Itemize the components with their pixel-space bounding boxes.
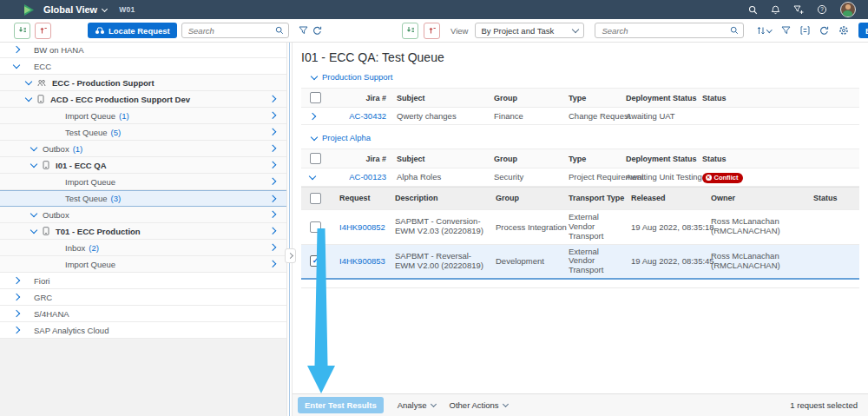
tree-item-count[interactable]: (1) — [119, 111, 129, 121]
column-header[interactable]: Group — [489, 90, 563, 106]
tree-item[interactable]: Import Queue(1) — [0, 108, 286, 124]
group-settings-icon[interactable] — [800, 26, 810, 35]
tree-item[interactable]: Outbox(1) — [0, 141, 286, 157]
expand-chevron-icon[interactable] — [13, 327, 20, 333]
collapse-chevron-icon[interactable] — [30, 144, 37, 151]
tree-item-count[interactable]: (2) — [89, 243, 99, 253]
column-header[interactable]: Status — [697, 151, 859, 167]
notifications-bell-icon[interactable] — [771, 5, 780, 15]
column-header[interactable]: Subject — [391, 151, 489, 167]
navigate-chevron-icon[interactable] — [268, 96, 275, 102]
column-header[interactable]: Deployment Status — [621, 90, 697, 106]
column-header[interactable]: Owner — [706, 190, 808, 206]
refresh-icon[interactable] — [819, 26, 829, 36]
tree-item[interactable]: I01 - ECC QA — [0, 157, 286, 174]
expand-chevron-icon[interactable] — [13, 310, 20, 317]
workspace-switcher[interactable]: Global View — [43, 4, 107, 15]
queue-search-input[interactable] — [600, 25, 727, 36]
filter-icon[interactable] — [781, 26, 791, 35]
select-all-checkbox[interactable] — [310, 193, 321, 204]
column-header[interactable]: Type — [563, 151, 621, 167]
jira-row[interactable]: AC-00123Alpha RolesSecurityProject Requi… — [301, 168, 859, 187]
request-row[interactable]: I4HK900853SAPBMT - Reversal-EWM V2.00 (2… — [301, 245, 859, 281]
export-csv-button[interactable]: Export to CSV — [858, 23, 868, 38]
row-checkbox[interactable] — [310, 221, 321, 233]
collapse-chevron-icon[interactable] — [25, 78, 32, 85]
row-collapse-chevron[interactable] — [309, 173, 316, 180]
column-header[interactable]: Status — [697, 90, 859, 106]
navigate-chevron-icon[interactable] — [268, 261, 275, 267]
select-all-checkbox[interactable] — [310, 153, 321, 164]
view-select[interactable]: By Project and Task — [475, 23, 584, 38]
enter-test-results-button[interactable]: Enter Test Results — [298, 397, 384, 413]
column-header[interactable]: Deployment Status — [621, 151, 697, 167]
tree-item[interactable]: SAP Analytics Cloud — [0, 322, 286, 339]
splitter-handle[interactable] — [285, 248, 296, 263]
locate-request-button[interactable]: Locate Request — [88, 23, 177, 38]
cell-jira[interactable]: AC-30432 — [334, 109, 391, 123]
column-header[interactable]: Group — [490, 190, 563, 206]
other-actions-menu[interactable]: Other Actions — [450, 400, 508, 410]
column-header[interactable]: Jira # — [334, 90, 391, 106]
tree-item[interactable]: ECC — [0, 58, 286, 75]
column-header[interactable]: Jira # — [334, 151, 391, 167]
tree-item[interactable]: S/4HANA — [0, 306, 286, 322]
column-header[interactable]: Transport Type — [563, 190, 626, 206]
help-icon[interactable]: ? — [817, 4, 827, 15]
search-icon[interactable] — [748, 5, 758, 15]
settings-gear-icon[interactable] — [838, 25, 849, 36]
cell-request[interactable]: I4HK900853 — [334, 254, 390, 268]
tree-item[interactable]: Import Queue — [0, 174, 286, 190]
sort-icon[interactable] — [756, 26, 772, 35]
expand-chevron-icon[interactable] — [13, 46, 20, 53]
tree-item[interactable]: Fiori — [0, 273, 286, 289]
tree-item[interactable]: Import Queue — [0, 256, 286, 273]
section-toggle[interactable]: Production Support — [301, 72, 859, 82]
navigate-chevron-icon[interactable] — [268, 145, 275, 152]
reject-requests-button[interactable] — [424, 23, 440, 39]
navigate-chevron-icon[interactable] — [268, 228, 275, 234]
navigate-chevron-icon[interactable] — [268, 195, 275, 202]
accept-requests-button[interactable] — [402, 23, 418, 39]
tree-item-count[interactable]: (5) — [111, 128, 122, 137]
collapse-chevron-icon[interactable] — [25, 95, 32, 102]
tree-item-count[interactable]: (1) — [73, 144, 83, 154]
navigate-chevron-icon[interactable] — [268, 244, 275, 251]
tree-item[interactable]: Test Queue(5) — [0, 124, 286, 141]
navigate-chevron-icon[interactable] — [268, 162, 275, 168]
collapse-chevron-icon[interactable] — [30, 227, 37, 234]
tree-item[interactable]: ECC - Production Support — [0, 75, 286, 91]
cell-request[interactable]: I4HK900852 — [334, 220, 390, 234]
row-checkbox[interactable] — [310, 255, 321, 267]
cell-jira[interactable]: AC-00123 — [334, 169, 391, 184]
search-icon[interactable] — [730, 26, 739, 35]
row-expand-chevron[interactable] — [309, 112, 316, 119]
select-all-checkbox[interactable] — [310, 92, 321, 103]
navigate-chevron-icon[interactable] — [268, 178, 275, 185]
jira-row[interactable]: AC-30432Qwerty changesFinanceChange Requ… — [301, 108, 859, 125]
tree-item[interactable]: BW on HANA — [0, 42, 286, 58]
navigate-chevron-icon[interactable] — [268, 211, 275, 218]
column-header[interactable]: Subject — [391, 90, 489, 106]
column-header[interactable]: Released — [626, 190, 706, 206]
tree-item[interactable]: Outbox — [0, 207, 286, 223]
analyse-menu[interactable]: Analyse — [398, 400, 436, 410]
navigate-chevron-icon[interactable] — [268, 112, 275, 119]
accept-requests-button[interactable] — [14, 23, 30, 39]
user-avatar[interactable] — [840, 2, 856, 17]
panel-splitter[interactable] — [286, 42, 293, 416]
column-header[interactable]: Type — [563, 90, 621, 106]
navigate-chevron-icon[interactable] — [268, 129, 275, 135]
tree-item[interactable]: Test Queue(3) — [0, 190, 286, 207]
column-header[interactable]: Request — [334, 190, 390, 206]
search-icon[interactable] — [275, 26, 284, 35]
tree-item[interactable]: T01 - ECC Production — [0, 223, 286, 240]
filter-add-icon[interactable] — [793, 5, 804, 15]
request-row[interactable]: I4HK900852SAPBMT - Conversion-EWM V2.03 … — [301, 210, 859, 245]
tree-item[interactable]: Inbox(2) — [0, 240, 286, 256]
tree-item[interactable]: GRC — [0, 289, 286, 306]
collapse-chevron-icon[interactable] — [30, 161, 37, 168]
tree-item[interactable]: ACD - ECC Production Support Dev — [0, 91, 286, 108]
expand-chevron-icon[interactable] — [13, 277, 20, 284]
reject-requests-button[interactable] — [35, 23, 51, 39]
